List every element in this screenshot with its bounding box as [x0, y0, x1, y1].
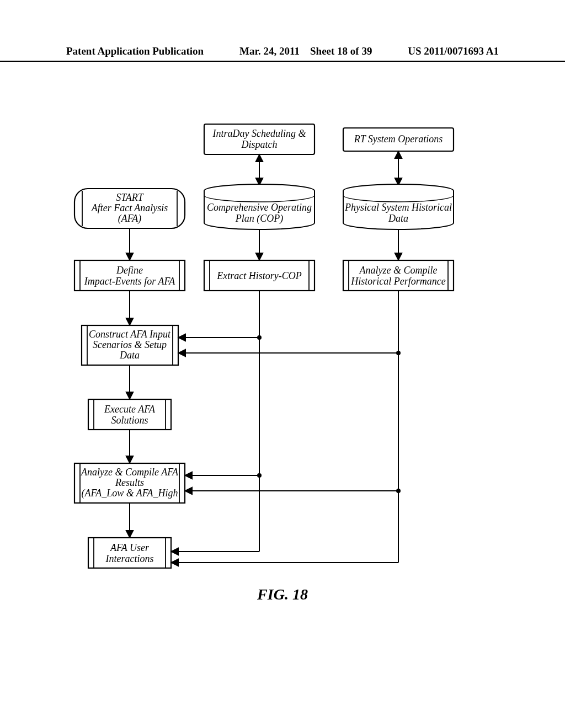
svg-text:Extract History-COP: Extract History-COP — [216, 270, 301, 281]
svg-text:Solutions: Solutions — [111, 415, 148, 426]
node-construct: Construct AFA Input Scenarios & Setup Da… — [82, 325, 178, 365]
node-start: START After Fact Analysis (AFA) — [74, 189, 185, 228]
node-results: Analyze & Compile AFA Results (AFA_Low &… — [74, 463, 185, 503]
svg-text:Interactions: Interactions — [105, 553, 154, 564]
node-rtops: RT System Operations — [343, 128, 454, 151]
svg-text:Historical Performance: Historical Performance — [350, 276, 445, 287]
flowchart: IntraDay Scheduling & Dispatch RT System… — [0, 0, 565, 728]
svg-text:Construct AFA Input: Construct AFA Input — [89, 329, 171, 340]
node-analyze-hist: Analyze & Compile Historical Performance — [343, 260, 454, 291]
svg-text:Plan (COP): Plan (COP) — [235, 213, 283, 224]
svg-text:Execute AFA: Execute AFA — [104, 404, 156, 415]
node-intraday: IntraDay Scheduling & Dispatch — [204, 124, 315, 154]
figure-caption: FIG. 18 — [0, 586, 565, 603]
svg-text:Define: Define — [116, 265, 143, 276]
svg-point-71 — [396, 489, 401, 493]
svg-text:START: START — [116, 192, 145, 203]
svg-point-65 — [257, 335, 262, 340]
svg-text:Impact-Events for AFA: Impact-Events for AFA — [84, 276, 175, 287]
svg-text:Scenarios & Setup: Scenarios & Setup — [93, 339, 167, 350]
svg-text:After Fact Analysis: After Fact Analysis — [91, 202, 168, 213]
node-hist: Physical System Historical Data — [343, 184, 454, 229]
svg-text:Analyze & Compile AFA: Analyze & Compile AFA — [81, 467, 179, 478]
svg-text:AFA User: AFA User — [110, 542, 150, 553]
svg-point-69 — [257, 473, 262, 478]
node-extract: Extract History-COP — [204, 260, 315, 291]
svg-text:Comprehensive Operating: Comprehensive Operating — [207, 202, 312, 213]
svg-text:Physical System Historical: Physical System Historical — [344, 202, 452, 213]
svg-text:RT System Operations: RT System Operations — [354, 133, 443, 144]
svg-text:Dispatch: Dispatch — [241, 139, 278, 150]
svg-text:(AFA_Low & AFA_High: (AFA_Low & AFA_High — [81, 488, 178, 499]
node-cop: Comprehensive Operating Plan (COP) — [204, 184, 315, 229]
page: Patent Application Publication Mar. 24, … — [0, 0, 565, 728]
svg-text:Analyze & Compile: Analyze & Compile — [359, 265, 438, 276]
node-define: Define Impact-Events for AFA — [74, 260, 185, 291]
svg-text:Data: Data — [119, 350, 140, 361]
svg-text:(AFA): (AFA) — [118, 213, 142, 224]
svg-text:IntraDay Scheduling &: IntraDay Scheduling & — [212, 128, 306, 139]
svg-text:Data: Data — [388, 213, 408, 224]
node-execute: Execute AFA Solutions — [88, 399, 171, 430]
svg-text:Results: Results — [115, 477, 144, 488]
svg-point-67 — [396, 351, 401, 355]
node-interactions: AFA User Interactions — [88, 538, 171, 568]
